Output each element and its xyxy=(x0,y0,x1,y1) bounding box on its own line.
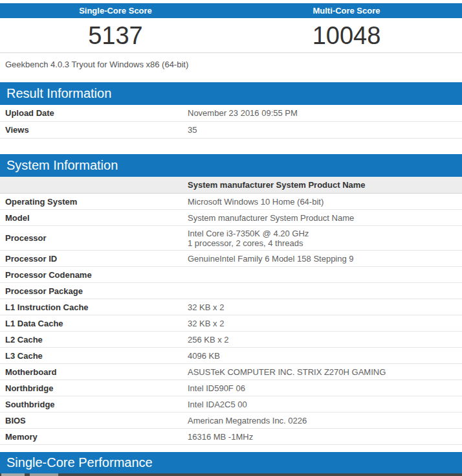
row-label: L1 Data Cache xyxy=(0,319,182,328)
row-label: L1 Instruction Cache xyxy=(0,302,182,312)
row-value: Intel ID590F 06 xyxy=(182,383,462,393)
single-core-performance-header: Single-Core Performance xyxy=(0,452,462,473)
row-value: Intel Core i3-7350K @ 4.20 GHz 1 process… xyxy=(182,229,462,248)
row-processor: Processor Intel Core i3-7350K @ 4.20 GHz… xyxy=(0,226,462,251)
row-label: Processor Package xyxy=(0,286,182,296)
system-information-table: System manufacturer System Product Name … xyxy=(0,177,462,445)
row-value: Intel IDA2C5 00 xyxy=(182,400,462,409)
row-label: Motherboard xyxy=(0,367,182,377)
multi-core-score-value: 10048 xyxy=(231,23,462,48)
row-l3-cache: L3 Cache 4096 KB xyxy=(0,348,462,364)
score-header-bar: Single-Core Score Multi-Core Score xyxy=(0,3,462,18)
system-product-name: System manufacturer System Product Name xyxy=(182,180,462,190)
row-operating-system: Operating System Microsoft Windows 10 Ho… xyxy=(0,194,462,210)
result-information-table: Upload Date November 23 2016 09:55 PM Vi… xyxy=(0,105,462,139)
row-bios: BIOS American Megatrends Inc. 0226 xyxy=(0,413,462,429)
row-value: GenuineIntel Family 6 Model 158 Stepping… xyxy=(182,254,462,264)
row-label: Views xyxy=(0,125,182,135)
row-l1-data-cache: L1 Data Cache 32 KB x 2 xyxy=(0,315,462,332)
row-value: 32 KB x 2 xyxy=(182,319,462,328)
row-value: 16316 MB -1MHz xyxy=(182,432,462,442)
row-label: Southbridge xyxy=(0,400,182,409)
row-label: L2 Cache xyxy=(0,335,182,345)
row-label: Northbridge xyxy=(0,383,182,393)
geekbench-result-page: Single-Core Score Multi-Core Score 5137 … xyxy=(0,3,462,476)
row-model: Model System manufacturer System Product… xyxy=(0,210,462,226)
row-l1-instruction-cache: L1 Instruction Cache 32 KB x 2 xyxy=(0,299,462,315)
row-label: Processor Codename xyxy=(0,270,182,280)
row-label: Processor ID xyxy=(0,254,182,264)
row-memory: Memory 16316 MB -1MHz xyxy=(0,429,462,445)
row-value: 35 xyxy=(182,125,462,135)
single-core-score-header: Single-Core Score xyxy=(0,3,231,18)
row-motherboard: Motherboard ASUSTeK COMPUTER INC. STRIX … xyxy=(0,364,462,380)
row-value: American Megatrends Inc. 0226 xyxy=(182,416,462,425)
row-label: Operating System xyxy=(0,197,182,207)
system-information-header: System Information xyxy=(0,154,462,177)
row-label: Model xyxy=(0,213,182,223)
row-value: 32 KB x 2 xyxy=(182,302,462,312)
row-processor-package: Processor Package xyxy=(0,283,462,299)
row-label: BIOS xyxy=(0,416,182,425)
row-label: Memory xyxy=(0,432,182,442)
row-northbridge: Northbridge Intel ID590F 06 xyxy=(0,380,462,396)
row-processor-codename: Processor Codename xyxy=(0,267,462,283)
row-value: System manufacturer System Product Name xyxy=(182,213,462,223)
cropped-next-section-edge xyxy=(0,473,462,476)
benchmark-version-caption: Geekbench 4.0.3 Tryout for Windows x86 (… xyxy=(0,53,462,82)
row-views: Views 35 xyxy=(0,122,462,139)
score-values-row: 5137 10048 xyxy=(0,18,462,53)
row-value: November 23 2016 09:55 PM xyxy=(182,108,462,118)
row-value: Microsoft Windows 10 Home (64-bit) xyxy=(182,197,462,207)
row-southbridge: Southbridge Intel IDA2C5 00 xyxy=(0,396,462,413)
row-label: L3 Cache xyxy=(0,351,182,361)
row-label: Upload Date xyxy=(0,108,182,118)
processor-name-line: Intel Core i3-7350K @ 4.20 GHz xyxy=(188,229,462,238)
row-value: ASUSTeK COMPUTER INC. STRIX Z270H GAMING xyxy=(182,367,462,377)
single-core-score-value: 5137 xyxy=(0,23,231,48)
result-information-header: Result Information xyxy=(0,82,462,105)
processor-topology-line: 1 processor, 2 cores, 4 threads xyxy=(188,238,462,248)
row-value: 4096 KB xyxy=(182,351,462,361)
row-l2-cache: L2 Cache 256 KB x 2 xyxy=(0,332,462,348)
system-product-subheader-row: System manufacturer System Product Name xyxy=(0,177,462,194)
row-value: 256 KB x 2 xyxy=(182,335,462,345)
multi-core-score-header: Multi-Core Score xyxy=(231,3,462,18)
row-upload-date: Upload Date November 23 2016 09:55 PM xyxy=(0,105,462,122)
row-processor-id: Processor ID GenuineIntel Family 6 Model… xyxy=(0,251,462,267)
row-label: Processor xyxy=(0,233,182,243)
